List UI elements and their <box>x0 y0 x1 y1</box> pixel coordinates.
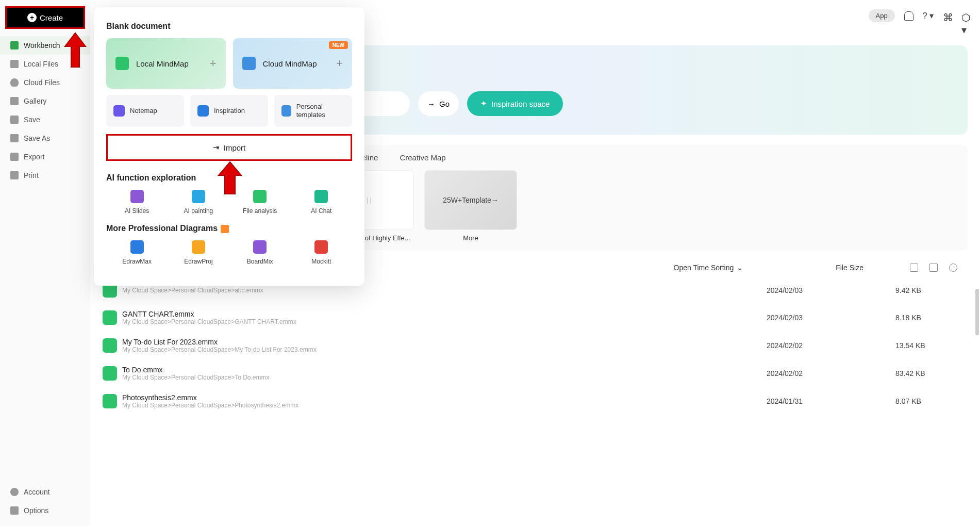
personal-templates-card[interactable]: Personal templates <box>274 95 352 127</box>
notemap-icon <box>113 105 125 117</box>
sidebar: + Create Workbench Local Files Cloud Fil… <box>0 0 90 526</box>
sidebar-item-save[interactable]: Save <box>0 110 90 129</box>
file-row[interactable]: GANTT CHART.emmx My Cloud Space>Personal… <box>103 304 957 332</box>
gear-icon <box>10 506 19 515</box>
sidebar-item-export[interactable]: Export <box>0 147 90 166</box>
ai-icon <box>130 190 144 203</box>
sidebar-item-gallery[interactable]: Gallery <box>0 92 90 110</box>
plus-icon: + <box>336 57 343 70</box>
export-icon <box>10 153 19 161</box>
file-size: 8.07 KB <box>895 397 957 405</box>
workbench-icon <box>10 41 19 50</box>
ai-item[interactable]: AI Slides <box>106 190 168 215</box>
file-name: To Do.emmx <box>122 366 269 374</box>
file-date: 2024/02/02 <box>767 341 895 350</box>
inspiration-card[interactable]: Inspiration <box>190 95 268 127</box>
tab-creative-map[interactable]: Creative Map <box>400 153 445 162</box>
pro-item[interactable]: EdrawProj <box>168 240 229 265</box>
file-row[interactable]: My To-do List For 2023.emmx My Cloud Spa… <box>103 332 957 359</box>
cloud-icon <box>10 78 19 87</box>
save-icon <box>10 116 19 124</box>
folder-icon <box>10 60 19 68</box>
ai-icon <box>253 190 267 203</box>
ai-item[interactable]: AI Chat <box>291 190 352 215</box>
file-path: My Cloud Space>Personal CloudSpace>abc.e… <box>122 287 263 294</box>
ai-icon <box>192 190 205 203</box>
file-icon <box>103 338 117 353</box>
template-card-more[interactable]: 25W+Template → More <box>424 170 517 242</box>
pro-item[interactable]: EdrawMax <box>106 240 168 265</box>
gift-icon <box>221 225 229 233</box>
account-icon <box>10 488 19 496</box>
file-size: 83.42 KB <box>895 369 957 377</box>
sidebar-item-account[interactable]: Account <box>0 483 90 501</box>
file-path: My Cloud Space>Personal CloudSpace>GANTT… <box>122 318 296 325</box>
chevron-down-icon: ⌄ <box>737 264 743 272</box>
annotation-arrow-create <box>61 31 90 70</box>
file-date: 2024/01/31 <box>767 397 895 405</box>
file-icon <box>103 310 117 325</box>
plus-icon: + <box>210 57 217 70</box>
sidebar-item-save-as[interactable]: Save As <box>0 129 90 147</box>
list-view-icon[interactable] <box>910 264 918 272</box>
file-size: 13.54 KB <box>895 341 957 350</box>
notemap-card[interactable]: Notemap <box>106 95 184 127</box>
sidebar-item-options[interactable]: Options <box>0 501 90 520</box>
pro-icon <box>314 240 328 254</box>
ai-icon <box>314 190 328 203</box>
print-icon <box>10 171 19 179</box>
import-icon: ⇥ <box>213 143 220 152</box>
file-path: My Cloud Space>Personal CloudSpace>Photo… <box>122 402 298 409</box>
create-label: Create <box>40 13 63 22</box>
file-path: My Cloud Space>Personal CloudSpace>To Do… <box>122 374 269 381</box>
col-file-size: File Size <box>836 264 863 272</box>
create-popover: Blank document Local MindMap + NEW Cloud… <box>94 7 364 286</box>
file-icon <box>103 394 117 408</box>
go-button[interactable]: → Go <box>418 91 459 116</box>
local-mindmap-card[interactable]: Local MindMap + <box>106 38 226 89</box>
personal-templates-icon <box>281 105 291 117</box>
file-size: 8.18 KB <box>895 314 957 322</box>
file-name: Photosynthesis2.emmx <box>122 393 298 402</box>
save-as-icon <box>10 134 19 142</box>
annotation-arrow-import <box>214 160 245 197</box>
pro-item[interactable]: BoardMix <box>229 240 291 265</box>
blank-document-heading: Blank document <box>106 22 352 31</box>
file-row[interactable]: Photosynthesis2.emmx My Cloud Space>Pers… <box>103 387 957 415</box>
trash-icon[interactable] <box>929 264 938 272</box>
file-date: 2024/02/03 <box>767 286 895 294</box>
new-badge: NEW <box>329 41 348 49</box>
sidebar-item-cloud-files[interactable]: Cloud Files <box>0 73 90 92</box>
inspiration-icon <box>197 105 209 117</box>
cloud-mindmap-card[interactable]: NEW Cloud MindMap + <box>233 38 353 89</box>
file-date: 2024/02/03 <box>767 314 895 322</box>
template-thumb-more: 25W+Template → <box>424 170 517 230</box>
file-path: My Cloud Space>Personal CloudSpace>My To… <box>122 346 317 353</box>
pro-heading: More Professional Diagrams <box>106 224 352 233</box>
scrollbar-thumb[interactable] <box>975 289 979 335</box>
file-date: 2024/02/02 <box>767 369 895 377</box>
file-name: GANTT CHART.emmx <box>122 310 296 318</box>
inspiration-space-button[interactable]: ✦ Inspiration space <box>467 91 563 116</box>
plus-circle-icon: + <box>27 13 37 22</box>
pro-icon <box>130 240 144 254</box>
sort-open-time[interactable]: Open Time Sorting ⌄ <box>674 264 743 272</box>
file-name: My To-do List For 2023.emmx <box>122 338 317 346</box>
file-row[interactable]: To Do.emmx My Cloud Space>Personal Cloud… <box>103 359 957 387</box>
file-icon <box>103 366 117 381</box>
gallery-icon <box>10 97 19 105</box>
pro-item[interactable]: Mockitt <box>291 240 352 265</box>
pro-icon <box>192 240 205 254</box>
file-size: 9.42 KB <box>895 286 957 294</box>
local-mindmap-icon <box>115 57 129 70</box>
pro-icon <box>253 240 267 254</box>
sidebar-item-print[interactable]: Print <box>0 166 90 185</box>
refresh-icon[interactable] <box>949 264 957 272</box>
import-button[interactable]: ⇥ Import <box>106 134 352 161</box>
cloud-mindmap-icon <box>242 57 256 70</box>
create-button[interactable]: + Create <box>5 6 85 29</box>
file-list: My Cloud Space>Personal CloudSpace>abc.e… <box>90 277 980 415</box>
